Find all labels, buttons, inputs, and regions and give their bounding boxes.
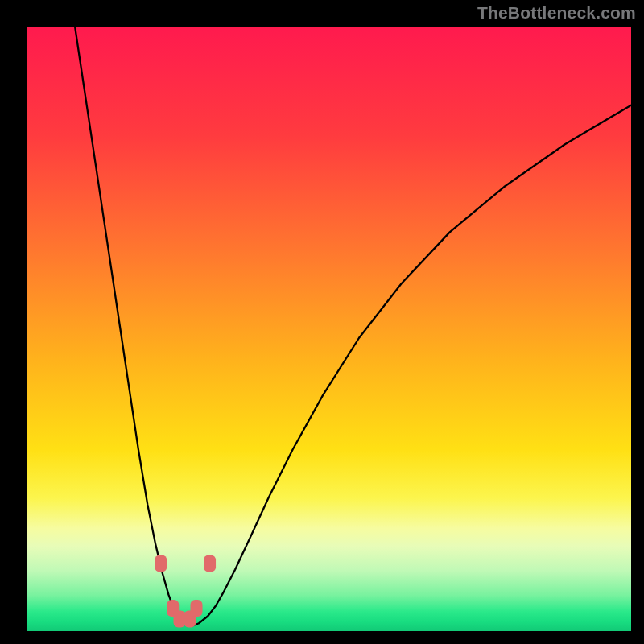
curve-marker — [204, 555, 216, 572]
curve-marker — [191, 600, 203, 617]
curve-marker — [174, 610, 186, 627]
gradient-background — [27, 27, 631, 631]
watermark-text: TheBottleneck.com — [477, 3, 636, 23]
plot-svg — [27, 27, 631, 631]
curve-marker — [155, 555, 167, 572]
chart-frame: TheBottleneck.com — [0, 0, 644, 644]
plot-area — [27, 27, 631, 631]
